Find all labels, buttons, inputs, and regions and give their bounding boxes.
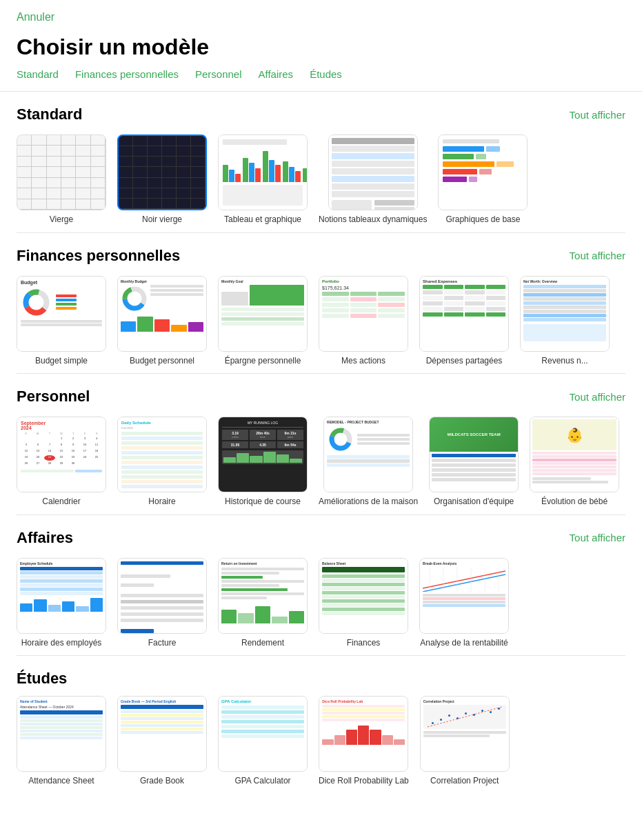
- standard-templates-row: Vierge Noir vierge: [17, 134, 625, 226]
- svg-line-11: [423, 574, 505, 592]
- organisation-label: Organisation d'équipe: [434, 497, 514, 508]
- template-correlation[interactable]: Correlation Project: [420, 696, 510, 787]
- graphiques-label: Graphiques de base: [445, 214, 520, 226]
- facture-label: Facture: [148, 638, 177, 649]
- vierge-thumb: [17, 134, 106, 210]
- mes-actions-thumb: Portfolio $175,621.34: [319, 276, 408, 352]
- svg-line-10: [423, 571, 505, 588]
- template-epargne[interactable]: Monthly Goal Épargne personnelle: [218, 276, 308, 367]
- attendance-label: Attendance Sheet: [28, 776, 94, 787]
- bebe-thumb: 👶: [530, 417, 619, 492]
- analyse-thumb: Break-Even Analysis: [419, 558, 509, 634]
- template-historique-course[interactable]: MY RUNNING LOG 3.19 miles 28m 40s time 9…: [218, 417, 308, 508]
- template-budget-simple[interactable]: Budget: [17, 276, 106, 367]
- vierge-label: Vierge: [50, 214, 73, 226]
- dice-label: Dice Roll Probability Lab: [319, 776, 409, 787]
- grade-book-thumb: Grade Book — 3rd Period English: [117, 696, 207, 772]
- tout-afficher-affaires[interactable]: Tout afficher: [570, 532, 625, 543]
- template-notions-tableaux[interactable]: Notions tableaux dynamiques: [319, 134, 427, 226]
- template-horaire-employes[interactable]: Employee Schedule: [17, 558, 106, 649]
- template-horaire[interactable]: Daily Schedule Fall 2024: [117, 417, 207, 508]
- gpa-label: GPA Calculator: [234, 776, 290, 787]
- epargne-thumb: Monthly Goal: [218, 276, 308, 352]
- nav-standard[interactable]: Standard: [17, 68, 59, 80]
- nav-finances-personnelles[interactable]: Finances personnelles: [75, 68, 179, 80]
- finances-thumb: Balance Sheet: [319, 558, 408, 634]
- nav-affaires[interactable]: Affaires: [259, 68, 294, 80]
- horaire-employes-thumb: Employee Schedule: [17, 558, 106, 634]
- template-calendrier[interactable]: September2024 SM TW TF S 1234 567891011 …: [17, 417, 106, 508]
- tout-afficher-standard[interactable]: Tout afficher: [570, 109, 625, 121]
- finances-title: Finances personnelles: [17, 247, 180, 265]
- tout-afficher-personnel[interactable]: Tout afficher: [570, 391, 625, 403]
- organisation-thumb: WILDCATS SOCCER TEAM: [429, 417, 519, 492]
- annuler-button[interactable]: Annuler: [17, 11, 54, 23]
- section-affaires: Affaires Tout afficher Employee Schedule: [0, 515, 642, 656]
- section-standard: Standard Tout afficher Vierge: [0, 92, 642, 232]
- template-revenus[interactable]: Net Worth: Overview Revenus: [520, 276, 610, 367]
- budget-simple-label: Budget simple: [35, 356, 88, 367]
- analyse-label: Analyse de la rentabilité: [420, 638, 508, 649]
- template-mes-actions[interactable]: Portfolio $175,621.34: [319, 276, 408, 367]
- gpa-thumb: GPA Calculator: [218, 696, 308, 772]
- dice-thumb: Dice Roll Probability Lab: [319, 696, 408, 772]
- tableau-graphique-label: Tableau et graphique: [224, 214, 301, 226]
- horaire-label: Horaire: [148, 497, 175, 508]
- historique-thumb: MY RUNNING LOG 3.19 miles 28m 40s time 9…: [218, 417, 308, 492]
- depenses-label: Dépenses partagées: [426, 356, 503, 367]
- template-budget-personnel[interactable]: Monthly Budget: [117, 276, 207, 367]
- template-attendance[interactable]: Name of Student Attendance Sheet — Octob…: [17, 696, 106, 787]
- correlation-thumb: Correlation Project: [420, 696, 510, 772]
- horaire-thumb: Daily Schedule Fall 2024: [117, 417, 207, 492]
- correlation-label: Correlation Project: [430, 776, 499, 787]
- standard-title: Standard: [17, 106, 82, 123]
- section-personnel: Personnel Tout afficher September2024 SM…: [0, 374, 642, 514]
- revenus-thumb: Net Worth: Overview: [520, 276, 610, 352]
- tableau-graphique-thumb: [218, 134, 308, 210]
- noir-vierge-label: Noir vierge: [142, 214, 182, 226]
- template-gpa[interactable]: GPA Calculator GPA Calculator: [218, 696, 308, 787]
- template-noir-vierge[interactable]: Noir vierge: [117, 134, 207, 226]
- template-dice-roll[interactable]: Dice Roll Probability Lab: [319, 696, 409, 787]
- rendement-label: Rendement: [241, 638, 284, 649]
- tout-afficher-finances[interactable]: Tout afficher: [570, 250, 625, 261]
- ameliorations-thumb: REMODEL - PROJECT BUDGET: [323, 417, 413, 492]
- page-title: Choisir un modèle: [0, 29, 642, 68]
- template-organisation-equipe[interactable]: WILDCATS SOCCER TEAM Organisation d'équi…: [429, 417, 519, 508]
- finances-templates-row: Budget: [17, 276, 625, 367]
- budget-personnel-thumb: Monthly Budget: [117, 276, 207, 352]
- template-finances[interactable]: Balance Sheet F: [319, 558, 408, 649]
- facture-thumb: [117, 558, 207, 634]
- etudes-title: Études: [17, 670, 67, 688]
- horaire-employes-label: Horaire des employés: [21, 638, 102, 649]
- svg-line-18: [428, 707, 502, 727]
- notions-thumb: [328, 134, 418, 210]
- section-etudes: Études Name of Student Attendance Sheet …: [0, 656, 642, 794]
- nav-personnel[interactable]: Personnel: [195, 68, 242, 80]
- rendement-thumb: Return on Investment: [218, 558, 308, 634]
- template-depenses-partagees[interactable]: Shared Expenses: [419, 276, 509, 367]
- template-vierge[interactable]: Vierge: [17, 134, 106, 226]
- nav-etudes[interactable]: Études: [310, 68, 342, 80]
- category-nav: Standard Finances personnelles Personnel…: [0, 68, 642, 92]
- ameliorations-label: Améliorations de la maison: [319, 497, 418, 508]
- template-grade-book[interactable]: Grade Book — 3rd Period English Grade Bo…: [117, 696, 207, 787]
- revenus-label: Revenus n...: [541, 356, 588, 367]
- budget-simple-thumb: Budget: [17, 276, 106, 352]
- template-facture[interactable]: Facture: [117, 558, 207, 649]
- attendance-thumb: Name of Student Attendance Sheet — Octob…: [17, 696, 106, 772]
- calendrier-thumb: September2024 SM TW TF S 1234 567891011 …: [17, 417, 106, 492]
- bebe-label: Évolution de bébé: [541, 497, 608, 508]
- finances-label: Finances: [347, 638, 381, 649]
- template-graphiques-base[interactable]: Graphiques de base: [438, 134, 528, 226]
- epargne-label: Épargne personnelle: [225, 356, 301, 367]
- template-tableau-graphique[interactable]: Tableau et graphique: [218, 134, 308, 226]
- affaires-title: Affaires: [17, 529, 73, 547]
- personnel-title: Personnel: [17, 388, 90, 406]
- template-analyse-rentabilite[interactable]: Break-Even Analysis: [419, 558, 509, 649]
- template-evolution-bebe[interactable]: 👶 Évolution de b: [530, 417, 619, 508]
- template-rendement[interactable]: Return on Investment: [218, 558, 308, 649]
- affaires-templates-row: Employee Schedule: [17, 558, 625, 649]
- historique-label: Historique de course: [225, 497, 301, 508]
- template-ameliorations[interactable]: REMODEL - PROJECT BUDGET: [319, 417, 418, 508]
